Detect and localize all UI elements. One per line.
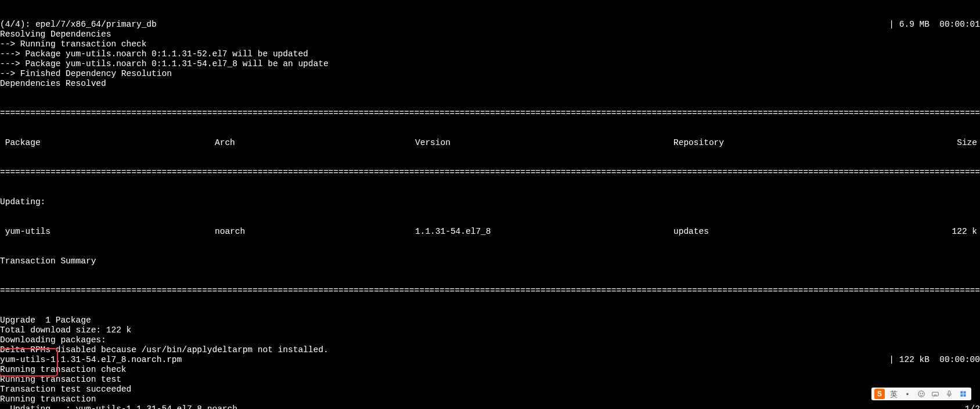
output-line: (4/4): epel/7/x86_64/primary_db| 6.9 MB …: [0, 20, 980, 30]
line-status: | 6.9 MB 00:00:01: [889, 20, 980, 30]
sogou-logo-icon[interactable]: S: [874, 389, 885, 399]
output-line: Running transaction: [0, 394, 980, 404]
cell-repo: updates: [673, 227, 880, 237]
line-text: Transaction Summary: [0, 256, 96, 266]
microphone-icon[interactable]: [944, 389, 954, 399]
col-package-header: Package: [0, 138, 215, 148]
output-line: Upgrade 1 Package: [0, 316, 980, 325]
output-line: Resolving Dependencies: [0, 30, 980, 39]
output-line: --> Running transaction check: [0, 39, 980, 49]
svg-rect-8: [948, 391, 950, 394]
line-text: Transaction test succeeded: [0, 385, 131, 394]
ime-toolbar[interactable]: S 英 •: [871, 388, 971, 400]
ime-language-toggle[interactable]: 英: [888, 389, 899, 399]
output-line: Transaction Summary: [0, 256, 980, 266]
output-line: Total download size: 122 k: [0, 325, 980, 335]
line-text: ---> Package yum-utils.noarch 0:1.1.31-5…: [0, 59, 329, 69]
line-status: 1/2: [965, 404, 980, 409]
apps-grid-icon[interactable]: [958, 389, 968, 399]
output-line: Updating : yum-utils-1.1.31-54.el7_8.noa…: [0, 404, 980, 409]
cell-size: 122 k: [880, 227, 980, 237]
output-line: Delta RPMs disabled because /usr/bin/app…: [0, 345, 980, 355]
terminal-output[interactable]: (4/4): epel/7/x86_64/primary_db| 6.9 MB …: [0, 0, 980, 409]
line-text: Upgrade 1 Package: [0, 316, 91, 325]
table-header: Package Arch Version Repository Size: [0, 138, 980, 148]
cell-version: 1.1.31-54.el7_8: [415, 227, 673, 237]
svg-point-2: [922, 393, 923, 393]
line-text: Resolving Dependencies: [0, 30, 111, 39]
line-text: Running transaction test: [0, 375, 121, 385]
line-text: Running transaction check: [0, 365, 127, 375]
keyboard-icon[interactable]: [930, 389, 941, 399]
line-text: Updating : yum-utils-1.1.31-54.el7_8.noa…: [0, 404, 237, 409]
output-line: --> Finished Dependency Resolution: [0, 69, 980, 79]
svg-rect-12: [960, 394, 963, 397]
output-line: ---> Package yum-utils.noarch 0:1.1.31-5…: [0, 49, 980, 59]
svg-rect-11: [964, 391, 966, 393]
divider: ========================================…: [0, 168, 980, 178]
output-line: Running transaction test: [0, 375, 980, 385]
col-size-header: Size: [880, 138, 980, 148]
output-line: Transaction test succeeded: [0, 385, 980, 394]
line-status: | 122 kB 00:00:00: [889, 355, 980, 365]
line-text: (4/4): epel/7/x86_64/primary_db: [0, 20, 157, 30]
output-line: Running transaction check: [0, 365, 980, 375]
table-section: Updating:: [0, 197, 980, 207]
col-arch-header: Arch: [215, 138, 415, 148]
output-line: Downloading packages:: [0, 335, 980, 345]
col-version-header: Version: [415, 138, 673, 148]
line-text: Running transaction: [0, 394, 96, 404]
col-repo-header: Repository: [673, 138, 880, 148]
line-text: yum-utils-1.1.31-54.el7_8.noarch.rpm: [0, 355, 182, 365]
divider: ========================================…: [0, 286, 980, 296]
cell-package: yum-utils: [0, 227, 215, 237]
line-text: Total download size: 122 k: [0, 325, 131, 335]
output-line: ---> Package yum-utils.noarch 0:1.1.31-5…: [0, 59, 980, 69]
line-text: Downloading packages:: [0, 335, 106, 345]
svg-point-1: [920, 393, 921, 393]
line-text: --> Running transaction check: [0, 39, 146, 49]
cell-arch: noarch: [215, 227, 415, 237]
line-text: --> Finished Dependency Resolution: [0, 69, 172, 79]
line-text: Dependencies Resolved: [0, 79, 106, 89]
line-text: ---> Package yum-utils.noarch 0:1.1.31-5…: [0, 49, 308, 59]
output-line: Dependencies Resolved: [0, 79, 980, 89]
output-line: yum-utils-1.1.31-54.el7_8.noarch.rpm| 12…: [0, 355, 980, 365]
svg-rect-13: [964, 394, 966, 397]
svg-rect-3: [932, 392, 939, 396]
svg-rect-10: [960, 391, 963, 393]
svg-point-0: [918, 391, 925, 397]
line-text: Delta RPMs disabled because /usr/bin/app…: [0, 345, 329, 355]
divider: ========================================…: [0, 108, 980, 118]
ime-separator-dot: •: [902, 389, 913, 399]
table-row: yum-utils noarch 1.1.31-54.el7_8 updates…: [0, 227, 980, 237]
smiley-icon[interactable]: [916, 389, 927, 399]
